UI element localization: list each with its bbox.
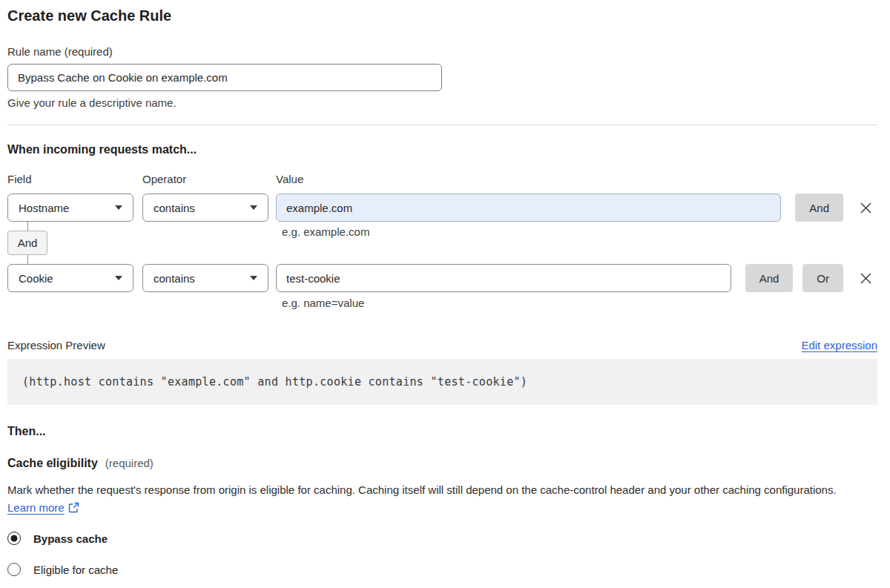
radio-selected-icon[interactable] — [7, 532, 21, 545]
field-select-value: Cookie — [19, 272, 53, 285]
expression-code: (http.host contains "example.com" and ht… — [22, 375, 527, 389]
add-and-condition-button[interactable]: And — [745, 264, 794, 292]
value-hint: e.g. name=value — [282, 296, 877, 310]
radio-option-label: Eligible for cache — [33, 564, 118, 576]
and-connector-button[interactable]: And — [7, 231, 47, 255]
section-divider — [7, 125, 877, 125]
operator-select[interactable]: contains — [142, 264, 268, 292]
chevron-down-icon — [115, 276, 122, 280]
remove-condition-button[interactable] — [854, 194, 877, 222]
description-text: Mark whether the request's response from… — [7, 483, 837, 496]
remove-condition-icon — [860, 202, 872, 214]
cache-eligibility-heading-row: Cache eligibility (required) — [7, 456, 877, 471]
cache-eligibility-heading: Cache eligibility — [7, 456, 98, 471]
condition-row: Hostname contains And — [7, 194, 877, 222]
expression-preview-label: Expression Preview — [7, 338, 105, 352]
value-column-label: Value — [276, 173, 303, 186]
radio-option-bypass-cache[interactable]: Bypass cache — [7, 532, 877, 545]
connector-line — [27, 222, 28, 231]
remove-condition-icon — [860, 272, 872, 285]
remove-condition-button[interactable] — [854, 264, 877, 292]
field-column-label: Field — [7, 173, 142, 186]
value-hint: e.g. example.com — [282, 225, 369, 238]
condition-connector-zone: And e.g. example.com — [7, 222, 877, 264]
page-title: Create new Cache Rule — [7, 6, 877, 25]
chevron-down-icon — [115, 205, 122, 210]
field-select[interactable]: Hostname — [7, 194, 134, 222]
radio-option-label: Bypass cache — [33, 532, 108, 545]
field-select[interactable]: Cookie — [7, 264, 134, 292]
expression-header: Expression Preview Edit expression — [7, 338, 877, 352]
rule-name-label: Rule name (required) — [7, 44, 877, 59]
then-heading: Then... — [7, 424, 877, 439]
match-heading: When incoming requests match... — [7, 142, 877, 157]
condition-column-labels: Field Operator Value — [7, 173, 877, 186]
required-note: (required) — [105, 457, 154, 469]
cache-eligibility-description: Mark whether the request's response from… — [7, 481, 868, 517]
chevron-down-icon — [250, 205, 257, 210]
operator-column-label: Operator — [142, 173, 276, 186]
external-link-icon — [68, 502, 79, 513]
expression-code-block: (http.host contains "example.com" and ht… — [7, 359, 877, 405]
chevron-down-icon — [250, 276, 257, 280]
radio-unselected-icon[interactable] — [7, 563, 21, 576]
add-and-condition-button[interactable]: And — [795, 194, 843, 222]
condition-row: Cookie contains And Or — [7, 264, 877, 292]
operator-select-value: contains — [154, 202, 195, 214]
add-or-condition-button[interactable]: Or — [802, 264, 843, 292]
connector-line — [27, 255, 28, 264]
rule-name-input[interactable] — [7, 64, 442, 91]
edit-expression-link[interactable]: Edit expression — [801, 339, 877, 351]
operator-select-value: contains — [154, 272, 195, 285]
field-select-value: Hostname — [19, 202, 69, 214]
condition-value-input[interactable] — [276, 264, 731, 292]
condition-value-input[interactable] — [276, 194, 781, 222]
operator-select[interactable]: contains — [142, 194, 268, 222]
cache-rule-form: Create new Cache Rule Rule name (require… — [7, 0, 877, 576]
learn-more-link[interactable]: Learn more — [7, 501, 65, 514]
rule-name-helper: Give your rule a descriptive name. — [7, 96, 877, 110]
radio-option-eligible-for-cache[interactable]: Eligible for cache — [7, 563, 877, 576]
